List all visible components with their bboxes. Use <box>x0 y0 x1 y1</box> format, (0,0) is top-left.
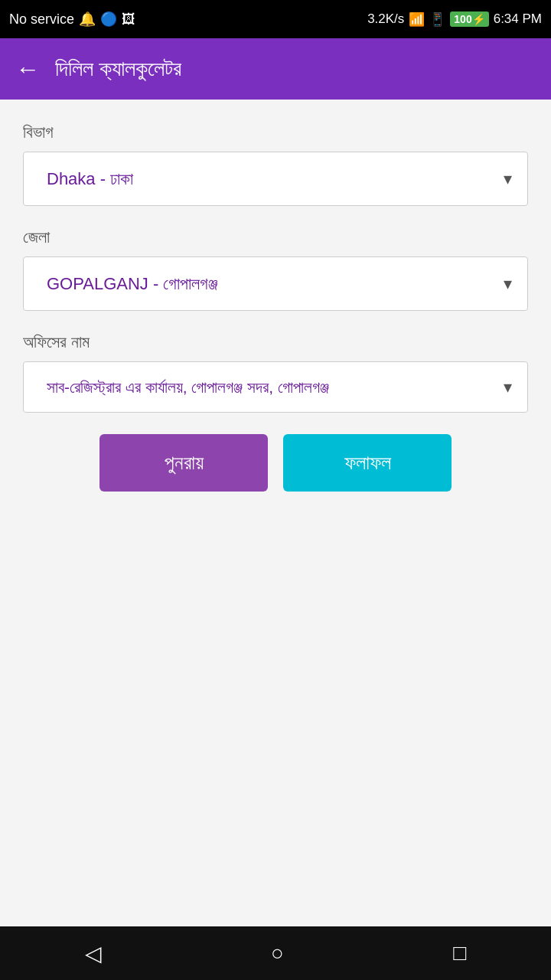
division-select[interactable]: Dhaka - ঢাকা <box>24 152 527 205</box>
battery-icon: 100⚡ <box>450 11 488 27</box>
no-service-text: No service <box>9 11 74 28</box>
wifi-icon: 📶 <box>409 11 425 28</box>
result-button[interactable]: ফলাফল <box>283 434 452 492</box>
division-label: বিভাগ <box>23 122 528 142</box>
speed-text: 3.2K/s <box>367 11 404 27</box>
officer-select[interactable]: সাব-রেজিস্ট্রার এর কার্যালয়, গোপালগঞ্জ … <box>24 362 527 412</box>
buttons-row: পুনরায় ফলাফল <box>23 434 528 492</box>
nav-bar: ◁ ○ □ <box>0 926 551 980</box>
status-right: 3.2K/s 📶 📱 100⚡ 6:34 PM <box>367 11 542 28</box>
division-section: বিভাগ Dhaka - ঢাকা ▾ <box>23 122 528 206</box>
district-dropdown-container[interactable]: GOPALGANJ - গোপালগঞ্জ ▾ <box>23 256 528 311</box>
reset-button[interactable]: পুনরায় <box>99 434 268 492</box>
bluetooth-icon: 🔵 <box>100 11 117 28</box>
home-nav-icon[interactable]: ○ <box>271 941 284 965</box>
district-label: জেলা <box>23 227 528 247</box>
officer-label: অফিসের নাম <box>23 332 528 352</box>
app-bar: ← দিলিল ক্যালকুলেটর <box>0 38 551 100</box>
main-content: বিভাগ Dhaka - ঢাকা ▾ জেলা GOPALGANJ - গো… <box>0 100 551 926</box>
notification-icon: 🔔 <box>79 11 96 28</box>
sim-icon: 📱 <box>429 11 445 28</box>
district-select[interactable]: GOPALGANJ - গোপালগঞ্জ <box>24 257 527 310</box>
district-section: জেলা GOPALGANJ - গোপালগঞ্জ ▾ <box>23 227 528 311</box>
status-left: No service 🔔 🔵 🖼 <box>9 11 135 28</box>
back-nav-icon[interactable]: ◁ <box>85 941 102 966</box>
screenshot-icon: 🖼 <box>122 11 135 28</box>
recent-nav-icon[interactable]: □ <box>453 941 466 965</box>
battery-text: 100 <box>454 13 471 25</box>
officer-dropdown-container[interactable]: সাব-রেজিস্ট্রার এর কার্যালয়, গোপালগঞ্জ … <box>23 361 528 413</box>
officer-section: অফিসের নাম সাব-রেজিস্ট্রার এর কার্যালয়,… <box>23 332 528 413</box>
time-text: 6:34 PM <box>494 11 542 27</box>
division-dropdown-container[interactable]: Dhaka - ঢাকা ▾ <box>23 152 528 206</box>
status-bar: No service 🔔 🔵 🖼 3.2K/s 📶 📱 100⚡ 6:34 PM <box>0 0 551 38</box>
page-title: দিলিল ক্যালকুলেটর <box>55 57 181 82</box>
back-button[interactable]: ← <box>15 55 40 83</box>
